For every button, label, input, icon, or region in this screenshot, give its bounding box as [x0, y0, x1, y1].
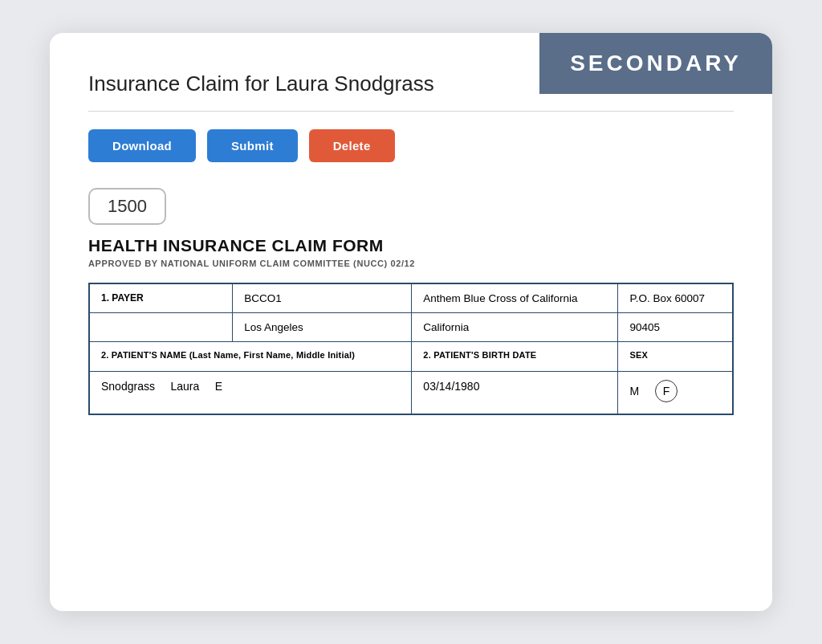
form-title: HEALTH INSURANCE CLAIM FORM — [88, 236, 734, 255]
patient-sex-data: M F — [618, 372, 733, 415]
delete-button[interactable]: Delete — [309, 129, 395, 162]
patient-sex-header: SEX — [618, 342, 733, 372]
sex-female-circle: F — [655, 380, 678, 402]
form-id: 1500 — [88, 188, 166, 225]
title-divider — [88, 111, 734, 112]
main-card: SECONDARY Insurance Claim for Laura Snod… — [50, 33, 772, 611]
payer-row-2: Los Angeles California 90405 — [89, 313, 733, 342]
payer-label-empty — [89, 313, 233, 342]
patient-middle-initial: E — [215, 380, 222, 393]
action-buttons: Download Submit Delete — [88, 129, 734, 162]
form-subtitle: APPROVED BY NATIONAL UNIFORM CLAIM COMMI… — [88, 259, 734, 268]
download-button[interactable]: Download — [88, 129, 196, 162]
patient-header-row: 2. PATIENT'S NAME (Last Name, First Name… — [89, 342, 733, 372]
patient-birth-header: 2. PATIENT'S BIRTH DATE — [412, 342, 618, 372]
submit-button[interactable]: Submit — [207, 129, 298, 162]
patient-first-name: Laura — [170, 380, 199, 393]
payer-label: 1. PAYER — [89, 283, 233, 313]
payer-state: California — [412, 313, 618, 342]
payer-name: Anthem Blue Cross of California — [412, 283, 618, 313]
payer-code: BCCO1 — [233, 283, 412, 313]
claim-table: 1. PAYER BCCO1 Anthem Blue Cross of Cali… — [88, 283, 734, 415]
patient-name-header: 2. PATIENT'S NAME (Last Name, First Name… — [89, 342, 412, 372]
sex-male-label: M — [629, 385, 639, 397]
patient-data-row: Snodgrass Laura E 03/14/1980 M F — [89, 372, 733, 415]
payer-zip: 90405 — [618, 313, 733, 342]
patient-birth-data: 03/14/1980 — [412, 372, 618, 415]
patient-last-name: Snodgrass — [101, 380, 155, 393]
payer-po-box: P.O. Box 60007 — [618, 283, 733, 313]
payer-row-1: 1. PAYER BCCO1 Anthem Blue Cross of Cali… — [89, 283, 733, 313]
payer-city: Los Angeles — [233, 313, 412, 342]
patient-name-data: Snodgrass Laura E — [89, 372, 412, 415]
secondary-badge: SECONDARY — [539, 33, 772, 94]
